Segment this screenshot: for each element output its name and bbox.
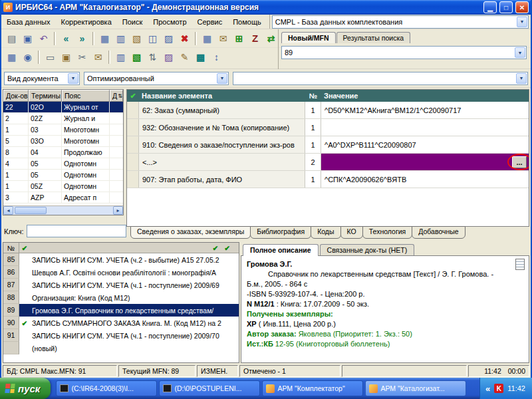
view-fields-icon[interactable]: ▧ <box>129 31 144 46</box>
scroll-left-icon[interactable]: ◂ <box>3 206 13 215</box>
next-records-icon[interactable]: » <box>74 31 90 46</box>
terms-horizontal-scrollbar[interactable]: ◂ ▸ <box>3 205 123 215</box>
clipboard-icon[interactable]: ▣ <box>59 50 74 65</box>
term-row[interactable]: 105ZОднотомн <box>3 181 123 192</box>
field-row[interactable]: 907: Этап работы, дата, ФИО 1^CПК^A20090… <box>127 171 529 188</box>
print-icon[interactable]: ▭ <box>43 50 58 65</box>
add-field-icon[interactable]: ⊞ <box>231 31 247 46</box>
database-combo[interactable]: CMPL - База данных комплектования ▼ <box>272 15 529 29</box>
record-status-icon[interactable]: ▦ <box>200 31 215 46</box>
field-row[interactable]: 932: Обозначение и № Тома (копирование) … <box>127 119 529 136</box>
record-row[interactable]: 91ЗАПИСЬ КНИГИ СУМ. УЧЕТА (ч.1 - поступл… <box>3 329 239 342</box>
tab-additional[interactable]: Добавочные <box>412 226 465 239</box>
title-bar[interactable]: И ИРБИС64 - АРМ "Каталогизатор" - Демонс… <box>1 0 531 15</box>
term-row[interactable]: 103Многотомн <box>3 124 123 136</box>
undo-icon[interactable]: ↶ <box>36 31 51 46</box>
col-header-explanation[interactable]: Пояс <box>62 90 110 102</box>
tab-new-mfn[interactable]: Новый/MFN <box>281 32 336 43</box>
mfn-input[interactable] <box>285 49 513 57</box>
field-value-editing-cell[interactable]: ... <box>321 154 529 170</box>
antivirus-icon[interactable]: K <box>494 384 503 393</box>
tab-bibliography[interactable]: Библиография <box>250 226 311 239</box>
menu-database[interactable]: База данных <box>1 15 56 29</box>
record-row[interactable]: 85ЗАПИСЬ КНИГИ СУМ. УЧЕТА (ч.2 - выбытие… <box>3 253 239 266</box>
mark-all-icon[interactable]: ✔ <box>212 244 220 252</box>
taskbar-item-complectator[interactable]: АРМ "Комплектатор" <box>262 380 363 396</box>
edit-icon[interactable]: ✎ <box>177 50 192 65</box>
menu-editing[interactable]: Корректировка <box>56 15 117 29</box>
record-row-selected[interactable]: 89Громова Э.Г. Справочник по лекарственн… <box>3 304 239 317</box>
record-row-new[interactable]: (новый) <box>3 342 239 354</box>
cut-icon[interactable]: ✂ <box>74 50 90 65</box>
col-header-partial[interactable]: Д ⇅ <box>110 90 123 102</box>
maximize-button[interactable]: □ <box>499 1 513 13</box>
term-row[interactable]: 2202OЖурнал от <box>3 102 123 113</box>
taskbar-item-catalogizator[interactable]: АРМ "Каталогизат... <box>365 380 466 396</box>
document-icon[interactable] <box>515 259 525 270</box>
record-row[interactable]: 87ЗАПИСЬ КНИГИ СУМ. УЧЕТА (ч.1 - поступл… <box>3 279 239 291</box>
model-record-icon[interactable]: ▨ <box>161 31 176 46</box>
taskbar-item-console-2[interactable]: (D:\0\POSTUPLENI... <box>159 380 260 396</box>
mfn-combo[interactable]: ▼ <box>281 46 527 59</box>
term-row[interactable]: 202ZЖурнал и <box>3 113 123 124</box>
term-row[interactable]: 405Однотомн <box>3 158 123 170</box>
col-header-record-number[interactable]: № <box>3 243 19 253</box>
worklist-icon[interactable]: ▦ <box>4 50 19 65</box>
tab-orders-copies[interactable]: Сведения о заказах, экземпляры <box>130 226 251 239</box>
catalog-icon[interactable]: ▩ <box>193 50 208 65</box>
col-header-element-name[interactable]: Название элемента <box>139 92 305 100</box>
field-row[interactable]: 62: Заказ (суммарный) 1^D50^KM12^AКнига^… <box>127 102 529 119</box>
field-row-selected[interactable]: <...> 2 ... <box>127 154 529 171</box>
minimize-button[interactable]: ▁ <box>483 1 497 13</box>
duplicate-record-icon[interactable]: ◫ <box>145 31 160 46</box>
term-row[interactable]: 105Однотомн <box>3 170 123 181</box>
format-combo[interactable]: ▼ <box>233 72 528 85</box>
sort-icon[interactable]: ⇅ <box>145 50 160 65</box>
view-form-icon[interactable]: ▦ <box>97 31 112 46</box>
key-input[interactable] <box>27 225 126 237</box>
doc-type-combo[interactable]: Вид документа ▼ <box>4 72 80 85</box>
preview-icon[interactable]: ▥ <box>113 50 128 65</box>
record-row[interactable]: 88Организация: Книга (Код М12) <box>3 291 239 304</box>
start-button[interactable]: пуск <box>0 378 51 399</box>
term-row[interactable]: 503OМноготомн <box>3 136 123 147</box>
record-row[interactable]: 86Шевцов А.Г. Освітні основи реабілітоло… <box>3 266 239 279</box>
tab-ko[interactable]: КО <box>340 226 363 239</box>
report-icon[interactable]: ▨ <box>161 50 176 65</box>
col-header-value[interactable]: Значение <box>321 92 529 100</box>
tab-technology[interactable]: Технология <box>362 226 413 239</box>
mail-icon[interactable]: ✉ <box>90 50 106 65</box>
taskbar-item-console-1[interactable]: (C:\IR64-2008(3)\I... <box>56 380 157 396</box>
col-header-terms[interactable]: Термины <box>29 90 62 102</box>
import-export-icon[interactable]: ↕ <box>209 50 224 65</box>
tab-codes[interactable]: Коды <box>311 226 340 239</box>
chevron-down-icon[interactable]: ▼ <box>217 73 227 84</box>
chevron-down-icon[interactable]: ▼ <box>516 73 527 84</box>
field-edit-ellipsis-button[interactable]: ... <box>512 156 527 168</box>
menu-search[interactable]: Поиск <box>117 15 148 29</box>
save-record-icon[interactable]: ▣ <box>20 31 35 46</box>
field-row[interactable]: 910: Сведения о заказе/поступлении экз-р… <box>127 136 529 154</box>
send-record-icon[interactable]: ✉ <box>215 31 231 46</box>
statistics-icon[interactable]: ▧ <box>129 50 144 65</box>
delete-record-icon[interactable]: ✖ <box>177 31 192 46</box>
menu-view[interactable]: Просмотр <box>148 15 192 29</box>
prev-records-icon[interactable]: « <box>59 31 74 46</box>
col-header-number[interactable]: № <box>305 92 321 100</box>
sort-arrows-icon[interactable]: ⇅ <box>118 93 122 99</box>
menu-help[interactable]: Помощь <box>227 15 267 29</box>
close-button[interactable]: ✕ <box>515 1 529 13</box>
col-header-doc-count[interactable]: Док-ов <box>3 90 29 102</box>
chevron-down-icon[interactable]: ▼ <box>515 47 525 58</box>
term-row[interactable]: 3AZPАдресат п <box>3 192 123 203</box>
tab-linked-documents[interactable]: Связанные док-ты (НЕТ) <box>320 244 415 255</box>
new-record-icon[interactable]: ▤ <box>4 31 19 46</box>
menu-service[interactable]: Сервис <box>192 15 228 29</box>
tab-search-results[interactable]: Результаты поиска <box>336 32 411 43</box>
global-correction-icon[interactable]: ◉ <box>20 50 35 65</box>
scroll-right-icon[interactable]: ▸ <box>113 206 123 215</box>
worksheet-combo[interactable]: Оптимизированный ▼ <box>84 72 229 85</box>
scrollbar-thumb[interactable] <box>15 207 47 214</box>
unmark-all-icon[interactable]: ✔ <box>224 244 232 252</box>
tray-chevron-icon[interactable]: « <box>485 384 490 394</box>
